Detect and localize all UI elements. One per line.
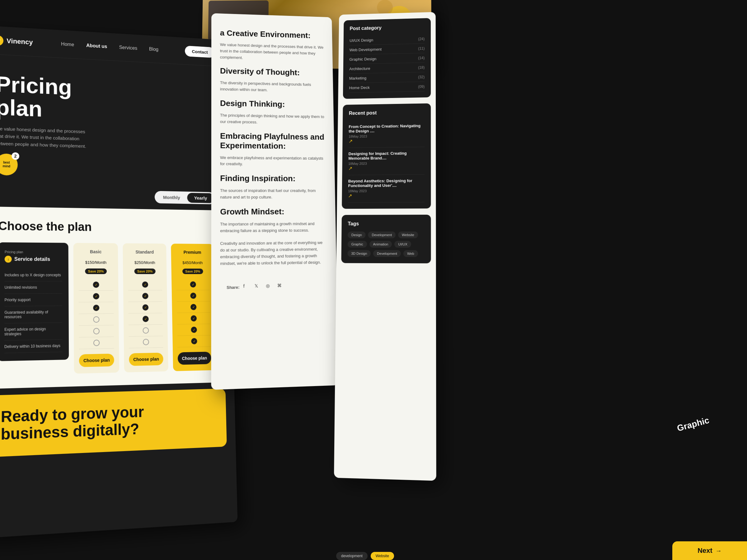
premium-choose-plan-button[interactable]: Choose plan — [178, 352, 211, 365]
toggle-yearly-button[interactable]: Yearly — [187, 193, 214, 203]
feature-2: Unlimited revisions — [4, 281, 62, 294]
blog-section-6-text: The importance of maintaining a growth m… — [220, 220, 327, 234]
check-icon: ✓ — [142, 304, 149, 311]
category-name-2[interactable]: Web Development — [350, 47, 382, 52]
tag-animation[interactable]: Animation — [369, 241, 392, 248]
check-icon: ✓ — [190, 282, 196, 288]
prem-feature-3: ✓ — [177, 301, 210, 313]
basic-feature-2: ✓ — [79, 291, 113, 302]
recent-post-3-date: 18May 2023 — [348, 189, 424, 193]
category-count-5: (32) — [418, 75, 424, 79]
nav-blog[interactable]: Blog — [149, 46, 158, 52]
nav-services[interactable]: Services — [119, 45, 137, 51]
circle-empty-icon — [143, 339, 149, 345]
recent-post-3: Beyond Aesthetics: Designing for Functio… — [348, 175, 424, 203]
share-bar: Share: f 𝕏 ◎ ⌘ — [220, 278, 328, 295]
twitter-icon[interactable]: 𝕏 — [255, 283, 262, 291]
about-section: a Creative Environment: We value honest … — [220, 22, 328, 280]
scene-container: ⟳ Vinency Home About us Services Blog Co… — [0, 0, 747, 560]
check-icon: ✓ — [93, 293, 99, 299]
tag-development[interactable]: Development — [368, 232, 396, 238]
category-row-6: Home Deck (09) — [349, 82, 424, 93]
github-icon[interactable]: ⌘ — [277, 283, 285, 291]
basic-choose-plan-button[interactable]: Choose plan — [79, 354, 114, 367]
category-name-1[interactable]: UI/UX Design — [350, 38, 373, 43]
contact-button[interactable]: Contact — [185, 46, 215, 58]
recent-post-3-title[interactable]: Beyond Aesthetics: Designing for Functio… — [348, 178, 424, 188]
bottom-tag-1[interactable]: development — [336, 552, 367, 560]
bottom-tag-2[interactable]: Website — [371, 552, 394, 560]
check-icon: ✓ — [142, 282, 148, 288]
choose-plan-title: Choose the plan — [0, 219, 213, 235]
next-arrow-icon: → — [716, 547, 722, 554]
nav-links: Home About us Services Blog — [61, 42, 158, 52]
circle-empty-icon — [93, 340, 100, 346]
prem-feature-2: ✓ — [177, 290, 210, 302]
recent-post-3-arrow[interactable]: ↗ — [348, 193, 352, 198]
recent-post-1-arrow[interactable]: ↗ — [349, 138, 353, 144]
tag-3d-design[interactable]: 3D Design — [347, 250, 371, 257]
nav-home[interactable]: Home — [61, 42, 74, 48]
basic-features: ✓ ✓ ✓ — [78, 279, 114, 349]
share-label: Share: — [227, 285, 239, 290]
recent-post-1: From Concept to Creation: Navigating the… — [349, 120, 425, 148]
nav-about[interactable]: About us — [86, 43, 107, 49]
blog-section-2-title: Diversity of Thought: — [220, 66, 325, 78]
standard-plan-name: Standard — [128, 249, 161, 255]
feature-1: Includes up to X design concepts — [5, 269, 62, 282]
tag-uiux[interactable]: UI/UX — [394, 241, 411, 248]
recent-posts-card: Recent post From Concept to Creation: Na… — [342, 103, 431, 209]
prem-feature-1: ✓ — [176, 279, 209, 291]
recent-post-2-title[interactable]: Designing for Impact: Creating Memorable… — [348, 151, 424, 161]
sidebar-panel: Post category UI/UX Design (24) Web Deve… — [334, 12, 436, 481]
tag-graphic[interactable]: Graphic — [348, 241, 367, 248]
premium-plan-card: Premium $450/Month Save 20% ✓ ✓ ✓ ✓ ✓ ✓ … — [171, 244, 216, 371]
premium-plan-name: Premium — [176, 250, 209, 255]
recent-post-1-date: 18May 2023 — [349, 134, 424, 138]
tag-design[interactable]: Design — [348, 232, 366, 238]
tag-dev2[interactable]: Development — [373, 250, 401, 257]
circle-empty-icon — [93, 328, 100, 335]
recent-post-2-date: 18May 2023 — [348, 161, 424, 165]
category-name-5[interactable]: Marketing — [349, 76, 367, 81]
basic-feature-1: ✓ — [78, 279, 113, 291]
circle-empty-icon — [143, 327, 149, 334]
service-details-card: Pricing plan ↓ Service details Includes … — [0, 242, 69, 361]
category-name-3[interactable]: Graphic Design — [349, 57, 376, 61]
category-name-6[interactable]: Home Deck — [349, 85, 370, 90]
cta-section: Ready to grow your business digitally? — [0, 389, 227, 457]
recent-post-1-title[interactable]: From Concept to Creation: Navigating the… — [349, 124, 424, 133]
std-feature-4: ✓ — [129, 313, 163, 325]
check-icon: ✓ — [93, 282, 99, 288]
category-name-4[interactable]: Architecture — [349, 66, 370, 71]
next-button[interactable]: Next → — [672, 541, 747, 560]
blog-content: a Creative Environment: We value honest … — [211, 13, 337, 305]
graphic-label: Graphic — [676, 415, 710, 433]
post-category-card: Post category UI/UX Design (24) Web Deve… — [343, 18, 431, 99]
service-details-label: Pricing plan — [5, 250, 62, 254]
std-feature-1: ✓ — [128, 279, 162, 291]
recent-post-2-arrow[interactable]: ↗ — [348, 166, 352, 171]
blog-section-1-title: a Creative Environment: — [220, 28, 324, 41]
hero-title: Pricing plan — [0, 73, 213, 127]
standard-plan-price: $250/Month — [128, 256, 161, 266]
check-icon: ✓ — [191, 316, 197, 322]
category-row-4: Architecture (18) — [349, 62, 424, 74]
toggle-monthly-button[interactable]: Monthly — [156, 192, 187, 203]
badge-circle: bestmind 2 — [0, 153, 18, 176]
instagram-icon[interactable]: ◎ — [266, 283, 274, 291]
blog-section-3-title: Design Thinking: — [220, 99, 325, 110]
blog-section-5-title: Finding Inspiration: — [220, 174, 327, 184]
check-icon: ✓ — [191, 338, 197, 344]
check-icon: ✓ — [190, 293, 196, 299]
check-icon: ✓ — [93, 305, 99, 311]
basic-plan-card: Basic $150/Month Save 20% ✓ ✓ ✓ Choose p… — [74, 243, 120, 374]
tag-web[interactable]: Web — [403, 250, 418, 257]
tags-title: Tags — [348, 221, 424, 226]
facebook-icon[interactable]: f — [243, 283, 251, 291]
check-icon: ✓ — [190, 304, 197, 310]
standard-choose-plan-button[interactable]: Choose plan — [129, 353, 163, 366]
tag-website[interactable]: Website — [398, 232, 418, 238]
service-details-title: ↓ Service details — [5, 256, 62, 263]
category-count-4: (18) — [418, 65, 424, 70]
